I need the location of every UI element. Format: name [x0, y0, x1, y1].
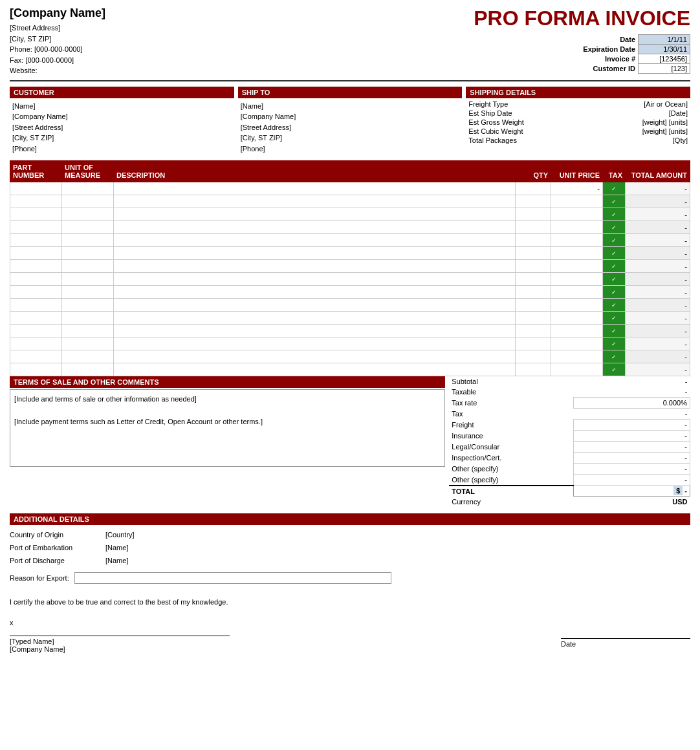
discharge-value: [Name]	[105, 555, 128, 568]
company-name: [Company Name]	[10, 6, 474, 20]
totals-block: Subtotal - Taxable - Tax rate 0.000% Tax…	[449, 376, 690, 507]
cell-part	[10, 286, 62, 299]
cell-qty	[516, 208, 551, 221]
certify-text: I certify the above to be true and corre…	[10, 598, 690, 606]
bottom-section: TERMS OF SALE AND OTHER COMMENTS [Includ…	[10, 376, 690, 507]
table-row: - ✓ -	[10, 182, 690, 195]
customer-label: Customer ID	[580, 64, 638, 74]
sig-x-label: x	[10, 619, 535, 627]
discharge-label: Port of Discharge	[10, 555, 100, 568]
cell-desc	[114, 260, 516, 273]
cell-tax: ✓	[603, 182, 626, 195]
total-label: TOTAL	[449, 486, 573, 497]
cell-total: -	[626, 208, 690, 221]
sig-block-right: Date	[561, 619, 690, 653]
cell-uom	[62, 234, 114, 247]
table-row: ✓ -	[10, 325, 690, 338]
shipping-table: Freight Type [Air or Ocean] Est Ship Dat…	[466, 100, 690, 145]
table-header-row: PART NUMBER UNIT OF MEASURE DESCRIPTION …	[10, 161, 690, 182]
col-unit-of-measure: UNIT OF MEASURE	[62, 161, 114, 182]
embarkation-row: Port of Embarkation [Name]	[10, 542, 690, 555]
col-unit-price: UNIT PRICE	[551, 161, 603, 182]
exp-date-value: 1/30/11	[639, 45, 690, 54]
cell-qty	[516, 286, 551, 299]
cell-qty	[516, 325, 551, 338]
terms-block: TERMS OF SALE AND OTHER COMMENTS [Includ…	[10, 376, 445, 507]
additional-content: Country of Origin [Country] Port of Emba…	[10, 526, 690, 592]
gross-weight-label: Est Gross Weight	[466, 118, 588, 127]
company-street: [Street Address]	[10, 23, 474, 34]
cell-tax: ✓	[603, 299, 626, 312]
cell-desc	[114, 221, 516, 234]
customer-id-value: [123]	[639, 64, 690, 74]
cell-price	[551, 299, 603, 312]
gross-weight-row: Est Gross Weight [weight] [units]	[466, 118, 690, 127]
cell-tax: ✓	[603, 260, 626, 273]
cell-price	[551, 247, 603, 260]
other1-label: Other (specify)	[449, 464, 573, 475]
insurance-label: Insurance	[449, 431, 573, 442]
total-value: -	[684, 487, 687, 495]
company-city: [City, ST ZIP]	[10, 34, 474, 45]
other1-value: -	[574, 464, 690, 475]
ship-date-value: [Date]	[588, 109, 690, 118]
cell-price	[551, 208, 603, 221]
reason-input[interactable]	[74, 572, 391, 584]
cell-total: -	[626, 247, 690, 260]
inspection-value: -	[574, 453, 690, 464]
freight-row: Freight Type [Air or Ocean]	[466, 100, 690, 109]
legal-value: -	[574, 442, 690, 453]
ship-to-header: SHIP TO	[238, 87, 463, 98]
cell-qty	[516, 221, 551, 234]
cell-uom	[62, 195, 114, 208]
meta-customer-row: Customer ID [123]	[580, 64, 690, 74]
cell-price	[551, 195, 603, 208]
reason-label: Reason for Export:	[10, 574, 69, 582]
cell-desc	[114, 247, 516, 260]
tax-rate-label: Tax rate	[449, 398, 573, 409]
typed-name: [Typed Name]	[10, 638, 535, 645]
cell-total: -	[626, 338, 690, 350]
table-row: ✓ -	[10, 260, 690, 273]
cell-qty	[516, 234, 551, 247]
embarkation-value: [Name]	[105, 542, 128, 555]
cell-price	[551, 312, 603, 325]
cell-desc	[114, 325, 516, 338]
ship-to-block: SHIP TO [Name] [Company Name] [Street Ad…	[238, 87, 463, 156]
currency-label: Currency	[449, 497, 573, 508]
terms-line1: [Include and terms of sale or other info…	[14, 394, 441, 405]
cell-price	[551, 325, 603, 338]
cell-total: -	[626, 363, 690, 376]
tax-rate-value: 0.000%	[574, 398, 690, 409]
cell-qty	[516, 247, 551, 260]
cell-uom	[62, 286, 114, 299]
cell-uom	[62, 363, 114, 376]
cell-part	[10, 273, 62, 286]
legal-label: Legal/Consular	[449, 442, 573, 453]
cell-part	[10, 195, 62, 208]
cell-total: -	[626, 299, 690, 312]
cubic-weight-label: Est Cubic Weight	[466, 127, 588, 136]
date-label: Date	[580, 35, 638, 45]
cell-desc	[114, 338, 516, 350]
ship-phone: [Phone]	[241, 144, 460, 155]
inspection-label: Inspection/Cert.	[449, 453, 573, 464]
ship-street: [Street Address]	[241, 122, 460, 133]
table-row: ✓ -	[10, 195, 690, 208]
total-symbol: $	[673, 486, 683, 495]
freight-total-value: -	[574, 420, 690, 431]
sig-block-left: x [Typed Name] [Company Name]	[10, 619, 535, 653]
terms-header: TERMS OF SALE AND OTHER COMMENTS	[10, 376, 445, 388]
exp-date-label: Expiration Date	[580, 45, 638, 54]
cell-uom	[62, 208, 114, 221]
table-row: ✓ -	[10, 350, 690, 363]
total-row: TOTAL $ -	[449, 486, 690, 497]
meta-expdate-row: Expiration Date 1/30/11	[580, 45, 690, 54]
discharge-row: Port of Discharge [Name]	[10, 555, 690, 568]
cell-tax: ✓	[603, 221, 626, 234]
cell-total: -	[626, 350, 690, 363]
table-row: ✓ -	[10, 208, 690, 221]
col-total-amount: TOTAL AMOUNT	[626, 161, 690, 182]
packages-value: [Qty]	[588, 136, 690, 145]
cell-uom	[62, 325, 114, 338]
